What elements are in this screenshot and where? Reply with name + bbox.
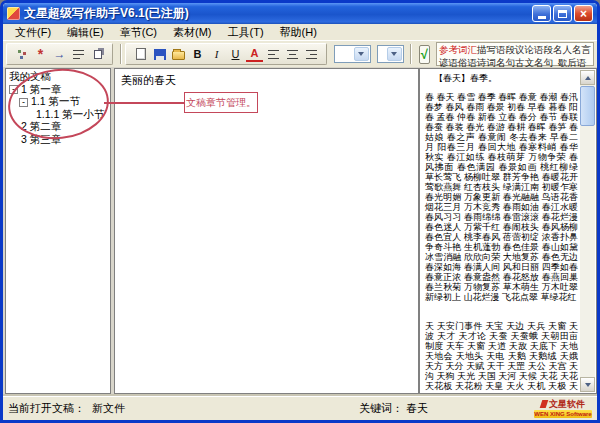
window-title: 文星超级写作助手V6.1(已注册) <box>24 5 530 22</box>
document-tree-panel: 我的文稿 - 1 第一章 - 1.1 第一节 1.1.1 第一小节 2 第二章 … <box>5 68 111 394</box>
menu-chapter[interactable]: 章节(C) <box>112 24 165 41</box>
align-left-icon[interactable] <box>265 46 282 62</box>
move-chapter-icon[interactable]: → <box>51 46 68 62</box>
apply-reference-button[interactable]: √ <box>419 45 430 64</box>
font-size-dropdown-button[interactable] <box>387 47 402 61</box>
reference-tabs: 参考词汇 描写语段 议论语段 名人名言 谚语俗语 诗词名句 古文名句 歇后语 <box>436 42 594 66</box>
scroll-down-button[interactable] <box>580 377 595 392</box>
title-bar: 文星超级写作助手V6.1(已注册) × <box>3 3 597 24</box>
tree-item-chapter-3[interactable]: 3 第三章 <box>9 134 110 147</box>
keyword-value: 春天 <box>406 402 428 414</box>
vertical-scrollbar[interactable] <box>580 70 595 392</box>
chapter-list-icon[interactable] <box>70 46 87 62</box>
keyword-status: 关键词： 春天 <box>359 401 428 416</box>
chevron-down-icon <box>585 383 591 387</box>
minimize-button[interactable] <box>532 5 551 22</box>
tree-root[interactable]: 我的文稿 <box>9 71 110 84</box>
menu-help[interactable]: 帮助(H) <box>272 24 325 41</box>
menu-file[interactable]: 文件(F) <box>7 24 59 41</box>
sky-words[interactable]: 天 天安门事件 天宝 天边 天兵 天窗 天波 天才 天才论 天蚕 天蚕蛾 天朝田… <box>425 321 578 391</box>
tree-item-chapter-1[interactable]: - 1 第一章 <box>9 84 110 97</box>
toolbar-separator <box>120 44 122 64</box>
spring-words[interactable]: 春 春天 春雪 春季 春晖 春意 春潮 春汛 春梦 春风 春雨 春景 初春 早春… <box>425 92 578 302</box>
menu-bar: 文件(F) 编辑(E) 章节(C) 素材(M) 工具(T) 帮助(H) <box>3 24 597 41</box>
app-window: 文星超级写作助手V6.1(已注册) × 文件(F) 编辑(E) 章节(C) 素材… <box>0 0 600 423</box>
align-center-icon[interactable] <box>284 46 301 62</box>
font-color-icon[interactable]: A <box>246 46 263 62</box>
align-right-icon[interactable] <box>303 46 320 62</box>
tree-item-subsection-1-1-1[interactable]: 1.1.1 第一小节 <box>9 109 110 122</box>
tree-item-section-1-1[interactable]: - 1.1 第一节 <box>9 96 110 109</box>
chapter-tool-group: * → <box>6 43 113 65</box>
underline-icon[interactable]: U <box>227 46 244 62</box>
reference-words-list: 【春天】春季。 春 春天 春雪 春季 春晖 春意 春潮 春汛 春梦 春风 春雨 … <box>422 71 579 391</box>
vendor-logo-text: 文星软件 <box>549 399 585 409</box>
menu-tools[interactable]: 工具(T) <box>220 24 272 41</box>
current-document-label: 当前打开文稿： <box>8 402 85 414</box>
copy-chapter-icon[interactable] <box>89 46 106 62</box>
chevron-down-icon <box>358 52 364 56</box>
app-logo-icon <box>7 7 20 20</box>
maximize-button[interactable] <box>553 5 572 22</box>
save-icon[interactable] <box>151 46 168 62</box>
menu-edit[interactable]: 编辑(E) <box>59 24 112 41</box>
editor-panel[interactable]: 美丽的春天 <box>114 68 419 394</box>
status-bar: 当前打开文稿： 新文件 关键词： 春天 文星软件 WEN XING Softwa… <box>3 396 597 420</box>
font-size-combobox[interactable] <box>377 45 404 63</box>
collapse-icon[interactable]: - <box>9 85 18 94</box>
main-area: 我的文稿 - 1 第一章 - 1.1 第一节 1.1.1 第一小节 2 第二章 … <box>3 67 597 396</box>
minimize-icon <box>538 16 546 19</box>
open-folder-icon[interactable] <box>170 46 187 62</box>
check-icon: √ <box>421 47 428 62</box>
toolbar: * → B I U A √ 参考词汇 描 <box>3 41 597 67</box>
outline-tree-icon[interactable] <box>13 46 30 62</box>
tab-famous-quotes[interactable]: 名人名言 <box>553 44 591 57</box>
vendor-logo-icon <box>540 400 549 408</box>
italic-icon[interactable]: I <box>208 46 225 62</box>
vendor-logo: 文星软件 WEN XING Software <box>534 399 592 418</box>
tab-description-passages[interactable]: 描写语段 <box>477 44 515 57</box>
font-name-combobox[interactable] <box>334 45 371 63</box>
toolbar-separator <box>410 44 412 64</box>
vendor-logo-subtitle: WEN XING Software <box>534 410 592 418</box>
menu-material[interactable]: 素材(M) <box>165 24 220 41</box>
editor-text: 美丽的春天 <box>121 74 176 86</box>
scrollbar-thumb[interactable] <box>580 86 595 126</box>
tab-argument-passages[interactable]: 议论语段 <box>515 44 553 57</box>
maximize-icon <box>558 10 567 18</box>
collapse-icon[interactable]: - <box>19 98 28 107</box>
reference-panel: 【春天】春季。 春 春天 春雪 春季 春晖 春意 春潮 春汛 春梦 春风 春雨 … <box>419 68 597 394</box>
new-file-icon[interactable] <box>132 46 149 62</box>
current-document-status: 当前打开文稿： 新文件 <box>8 401 129 416</box>
chevron-down-icon <box>391 52 397 56</box>
bold-icon[interactable]: B <box>189 46 206 62</box>
reference-header: 【春天】春季。 <box>425 73 578 83</box>
tab-reference-words[interactable]: 参考词汇 <box>439 44 477 57</box>
new-chapter-icon[interactable]: * <box>32 46 49 62</box>
scroll-up-button[interactable] <box>580 70 595 85</box>
tree-item-label: 3 第三章 <box>21 133 61 147</box>
tree-item-chapter-2[interactable]: 2 第二章 <box>9 121 110 134</box>
close-icon: × <box>580 7 587 21</box>
file-format-tool-group: B I U A <box>125 43 327 65</box>
keyword-label: 关键词： <box>359 402 403 414</box>
font-name-dropdown-button[interactable] <box>354 47 369 61</box>
close-button[interactable]: × <box>574 5 593 22</box>
current-document-value: 新文件 <box>92 402 125 414</box>
chevron-up-icon <box>585 76 591 80</box>
